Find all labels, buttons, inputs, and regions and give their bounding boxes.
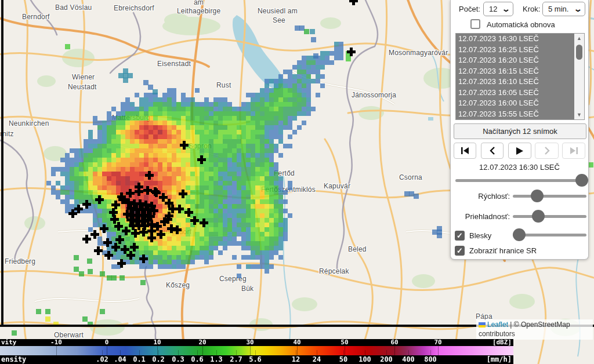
time-slider-thumb[interactable] [575,174,588,187]
rate-tick: 24 [313,355,321,364]
lightning-checkbox[interactable]: ✓ [455,231,465,241]
lightning-strike-icon [175,205,184,213]
gradient-tick [297,346,298,355]
lightning-strike-icon [68,209,77,218]
gradient-tick [107,346,107,355]
rate-tick: 200 [380,355,393,364]
timestamp-item[interactable]: 12.07.2023 16:10 LSEČ [456,77,584,88]
timestamp-item[interactable]: 12.07.2023 16:05 LSEČ [456,88,584,99]
lightning-strike-icon [349,0,358,5]
dbz-tick: 50 [341,339,348,346]
lightning-strike-icon [180,141,189,150]
legend-unit-mmh: [mm/h] [487,355,512,364]
borders-label: Zobraziť hranice SR [469,246,537,255]
lightning-strike-icon [147,234,156,242]
gradient-tick [120,350,121,355]
lightning-strike-icon [139,254,148,263]
opacity-label: Priehladnosť: [452,212,510,221]
rate-tick: 400 [402,355,415,364]
gradient-tick [178,350,179,355]
lightning-strike-icon [151,187,160,196]
lightning-strike-icon [157,230,165,239]
dbz-tick: 40 [293,339,300,346]
opacity-slider-thumb[interactable] [532,210,545,223]
rate-tick: 100 [358,355,371,364]
play-button[interactable] [508,143,531,159]
rate-tick: 2.7 [230,355,242,364]
skip-to-start-button[interactable] [454,143,476,159]
rate-tick: 0.1 [133,355,146,364]
speed-slider-track[interactable] [513,195,586,198]
lightning-strike-icon [190,216,199,225]
timestamp-item[interactable]: 12.07.2023 16:20 LSEČ [456,55,584,66]
rate-tick: 5.6 [249,355,262,364]
opacity-slider-track[interactable] [513,215,586,218]
attribution: Leaflet | © OpenStreetMap contributors [476,319,593,340]
lightning-strike-icon [164,215,172,224]
lightning-strike-icon [115,235,124,244]
lightning-strike-icon [173,225,182,234]
lightning-strike-icon [184,208,193,217]
next-frame-button[interactable] [535,143,559,159]
scroll-down-icon[interactable]: ▼ [574,110,584,119]
rate-tick: .04 [114,355,126,364]
legend-rate-bar: ensity [mm/h] .02.040.10.20.30.61.32.75.… [0,355,513,364]
legend-cut-top: vity [1,339,17,346]
rate-tick: 12 [292,355,300,364]
gradient-tick [236,350,237,355]
lightning-strike-icon [200,219,208,227]
speed-slider-thumb[interactable] [531,190,544,202]
timestamp-listbox[interactable]: 12.07.2023 16:30 LSEČ12.07.2023 16:25 LS… [455,33,585,120]
lightning-strike-icon [197,155,206,164]
gradient-tick [139,350,140,355]
scrollbar-thumb[interactable] [576,45,582,60]
chevron-down-icon: ⌄ [502,5,510,13]
gradient-tick [438,346,439,355]
gradient-tick [394,346,395,355]
lightning-strike-icon [131,229,140,238]
play-icon [516,147,523,155]
control-panel: Počet: 12 ⌄ Krok: 5 min. ⌄ Automatická o… [450,0,589,260]
current-frame-time: 12.07.2023 16:30 LSEČ [451,163,588,172]
listbox-scrollbar[interactable]: ▲ ▼ [574,34,584,119]
lightning-strike-icon [90,230,99,239]
lightning-strike-icon [117,259,126,268]
timestamp-item[interactable]: 12.07.2023 16:00 LSEČ [456,98,584,109]
dbz-tick: 60 [390,339,398,346]
gradient-tick [430,350,431,355]
rate-tick: 800 [424,355,437,364]
timestamp-item[interactable]: 12.07.2023 15:55 LSEČ [456,109,584,120]
pocet-value: 12 [489,5,497,13]
time-slider-track[interactable] [455,179,587,182]
gradient-tick [250,346,251,355]
krok-label: Krok: [523,5,540,13]
lightning-strike-icon [104,251,113,260]
pocet-select[interactable]: 12 ⌄ [483,2,513,16]
auto-refresh-checkbox[interactable] [470,19,480,29]
leaflet-link[interactable]: Leaflet [487,321,508,329]
gradient-tick [158,350,159,355]
lightning-slider-thumb[interactable] [513,228,526,241]
dbz-tick: -10 [50,339,62,346]
map[interactable]: Bad VöslauBerndorfEbreichsdorfamLeithage… [0,0,594,364]
timestamp-item[interactable]: 12.07.2023 16:30 LSEČ [456,34,584,45]
legend-dbz-bar: vity [dBZ] -10010203040506070 [0,339,513,346]
borders-checkbox[interactable]: ✓ [455,246,465,256]
gradient-tick [255,350,256,355]
attribution-line2: contributors [479,330,515,338]
previous-frame-button[interactable] [481,143,504,159]
attribution-separator: | © [508,321,521,329]
skip-to-end-button[interactable] [562,143,585,159]
timestamp-item[interactable]: 12.07.2023 16:25 LSEČ [456,45,584,56]
loaded-frames-button[interactable]: Načítaných 12 snímok [454,123,586,139]
lightning-strike-icon [82,235,91,243]
dbz-tick: 0 [105,339,109,346]
scroll-up-icon[interactable]: ▲ [574,34,584,43]
lightning-strike-icon [109,208,118,217]
chevron-down-icon: ⌄ [574,5,582,13]
lightning-strike-icon [95,195,104,204]
rate-tick: 0.6 [191,355,204,364]
timestamp-item[interactable]: 12.07.2023 16:15 LSEČ [456,66,584,77]
krok-select[interactable]: 5 min. ⌄ [542,2,585,16]
lightning-strike-icon [122,227,131,235]
